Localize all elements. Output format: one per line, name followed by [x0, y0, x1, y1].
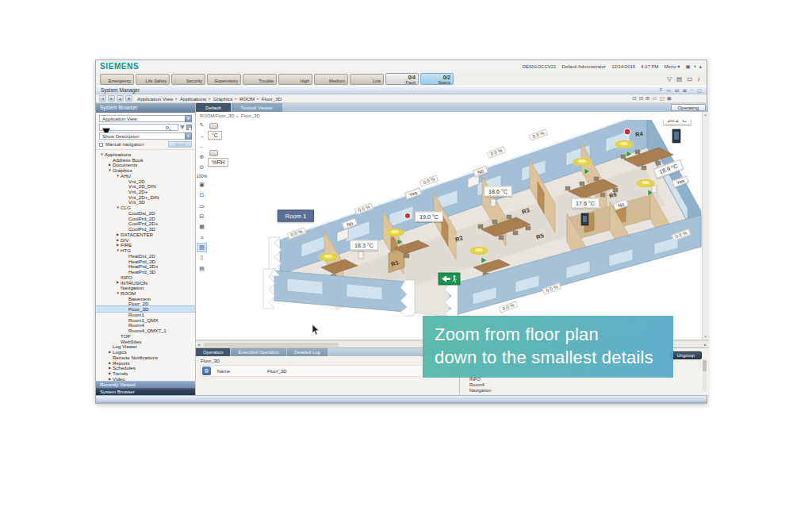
tree-item[interactable]: WebSites [96, 339, 195, 344]
pin-icon[interactable]: ≡ [660, 87, 663, 93]
tree-item[interactable]: ▶ Reports [96, 360, 195, 366]
layout-four-icon[interactable]: ⊞ [645, 95, 649, 102]
up-icon[interactable]: ▴ [117, 95, 124, 102]
tree-expand-icon[interactable]: ▼ [107, 168, 113, 172]
alarm-category-button[interactable]: Medium [314, 74, 348, 85]
list-item[interactable]: Navigation [469, 388, 491, 393]
alarm-category-button[interactable]: Supervisory [207, 74, 241, 85]
tree-expand-icon[interactable]: ▶ [115, 280, 121, 284]
event-list-icon[interactable]: ▤ [676, 75, 682, 83]
alarm-category-button[interactable]: Low [350, 74, 384, 85]
tree-item[interactable]: Address Book [96, 157, 195, 163]
tree-expand-icon[interactable]: ▶ [107, 361, 113, 365]
manual-navigation-checkbox[interactable] [99, 143, 103, 147]
select-mode-icon[interactable]: ▨ [197, 244, 206, 251]
tree-item[interactable]: ▶ Trends [96, 370, 195, 376]
zoom-selection-icon[interactable]: ⊟ [197, 213, 206, 221]
tree-item[interactable]: Room1_QMX [96, 317, 195, 323]
tree-item[interactable]: Vnt_2D+_DIN [96, 194, 195, 200]
presence-label[interactable]: No [613, 199, 629, 211]
temperature-label[interactable]: 19.0 °C [415, 212, 443, 222]
tree-item[interactable]: ▶ DIV [96, 237, 195, 243]
tree-item[interactable]: ▶ DATACENTER [96, 232, 195, 237]
tree-item[interactable]: ▼ Applications [96, 152, 195, 157]
alarm-category-button[interactable]: Trouble [243, 74, 277, 85]
zoom-in-icon[interactable]: ⊕ [197, 153, 206, 161]
forward-icon[interactable]: ▸ [108, 95, 115, 102]
tree-item[interactable]: Room4_QMX7_1 [96, 328, 195, 333]
tree-expand-icon[interactable]: ▼ [99, 152, 105, 156]
connection-status-icon[interactable]: ● [694, 63, 696, 70]
scroll-right-icon[interactable]: ▶ [704, 343, 707, 347]
tree-expand-icon[interactable]: ▼ [115, 291, 121, 295]
filter-icon[interactable]: ▽ [667, 75, 672, 83]
percent-label[interactable]: 0.0 % [672, 228, 691, 241]
room1-navigation-label[interactable]: Room 1 [278, 210, 314, 222]
temperature-label[interactable]: 18.3 °C [350, 240, 378, 251]
layout-wide-icon[interactable]: ▭ [653, 95, 657, 102]
property-row[interactable]: ⚙ Name Floor_3D [200, 365, 455, 377]
ungroup-button[interactable]: Ungroup [670, 351, 702, 359]
pan-back-icon[interactable]: ← [197, 142, 206, 150]
save-search-icon[interactable] [186, 125, 192, 130]
minimize-icon[interactable]: – [691, 87, 693, 93]
scroll-down-icon[interactable]: ▼ [704, 335, 707, 339]
alarm-category-button[interactable]: Emergency [100, 74, 134, 85]
tree-item[interactable]: Vnt_3D [96, 200, 195, 205]
tree-item[interactable]: Floor_3D [96, 306, 195, 312]
room-tag[interactable]: R4 [635, 130, 644, 138]
vertical-scrollbar[interactable]: ▲ ▼ [702, 112, 708, 340]
pan-mode-icon[interactable]: ▭ [197, 202, 206, 210]
fit-view-icon[interactable]: ▣ [197, 181, 206, 189]
tree-item[interactable]: HeatPrd_3D [96, 269, 195, 274]
favorites-icon[interactable]: ★ [125, 95, 132, 102]
temperature-label[interactable]: 18.6 °C [484, 186, 512, 197]
print-icon[interactable]: ▤ [197, 265, 206, 273]
percent-label[interactable]: 0.0 % [499, 301, 519, 313]
tab-textual-viewer[interactable]: Textual Viewer [232, 103, 282, 112]
breadcrumb-item[interactable]: Graphics [213, 96, 233, 102]
presence-label[interactable]: No [342, 218, 358, 230]
presence-label[interactable]: No [473, 166, 488, 178]
tree-expand-icon[interactable]: ▶ [107, 366, 113, 370]
search-input[interactable]: ▼ [99, 124, 178, 131]
tree-item[interactable]: Remote Notifications [96, 355, 195, 360]
tree-item[interactable]: Log Viewer [96, 344, 195, 349]
temperature-label[interactable]: 18.9 °C [653, 159, 684, 179]
description-selector-dropdown[interactable]: Show Description ▼ [99, 132, 192, 140]
layout-c-icon[interactable]: ⊞ [683, 87, 687, 93]
filter-icon[interactable] [180, 125, 185, 129]
scrollbar-thumb[interactable] [703, 360, 707, 371]
tree-item[interactable]: Navigation [96, 285, 195, 290]
tree-item[interactable]: ▶ Documents [96, 162, 195, 167]
tree-expand-icon[interactable]: ▶ [107, 377, 113, 381]
tree-expand-icon[interactable]: ▶ [107, 163, 113, 167]
list-item[interactable]: Room4 [469, 382, 491, 388]
layout-a-icon[interactable]: ▭ [666, 87, 671, 93]
room-tag[interactable]: R6 [608, 190, 618, 200]
tree-item[interactable]: ▼ Graphics [96, 167, 195, 173]
tree-item[interactable]: TOP [96, 333, 195, 339]
send-button[interactable]: Send [168, 141, 192, 148]
scrollbar-thumb[interactable] [204, 343, 339, 347]
edit-icon[interactable]: ✎ [197, 121, 206, 129]
operation-tab[interactable]: Operation [196, 348, 230, 356]
percent-label[interactable]: 0.0 % [487, 146, 507, 159]
chevron-down-icon[interactable]: ▼ [185, 115, 192, 122]
breadcrumb-item[interactable]: Applications [180, 96, 206, 102]
alarm-category-button[interactable]: Life Safety [136, 74, 170, 85]
chevron-down-icon[interactable]: ▼ [185, 132, 192, 140]
grid-icon[interactable]: ▦ [197, 223, 206, 231]
collapse-header-icon[interactable]: ▴ [699, 63, 702, 70]
zoom-window-icon[interactable]: ⊡ [197, 191, 206, 199]
room-tag[interactable]: R3 [521, 206, 530, 216]
palette-symbol[interactable]: %RH [208, 150, 228, 167]
tree-expand-icon[interactable]: ▶ [115, 238, 121, 242]
palette-symbol[interactable]: °C [208, 123, 228, 140]
status-summary-button[interactable]: 0/2 Status [420, 73, 454, 85]
scroll-left-icon[interactable]: ◀ [197, 343, 200, 347]
room-tag[interactable]: R5 [535, 232, 545, 241]
pane-layout-icon[interactable]: ▭ [687, 75, 692, 83]
room-tag[interactable]: R1 [390, 259, 400, 268]
list-item[interactable]: INFO [469, 377, 491, 382]
